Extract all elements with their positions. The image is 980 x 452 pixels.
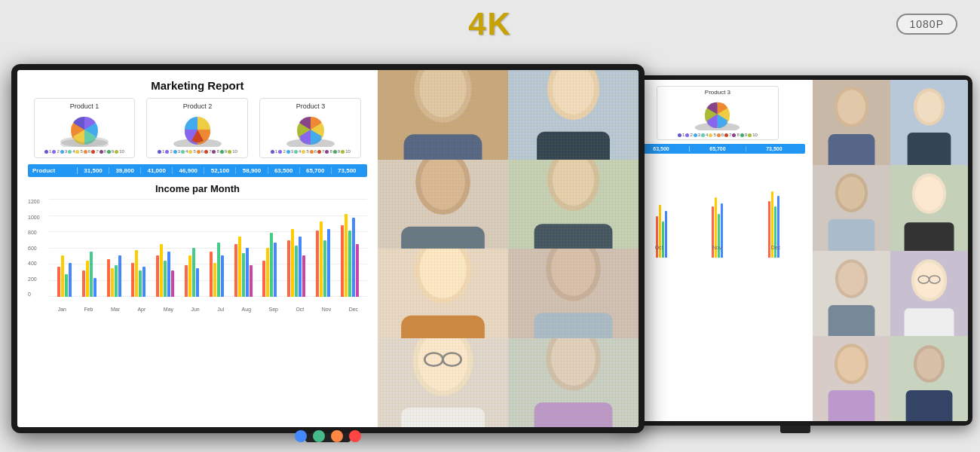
video-cell-5 xyxy=(378,249,508,338)
svg-rect-26 xyxy=(401,316,485,338)
svg-point-58 xyxy=(915,177,943,211)
svg-point-28 xyxy=(546,249,601,301)
svg-rect-31 xyxy=(378,338,508,428)
svg-rect-73 xyxy=(828,390,875,421)
svg-point-67 xyxy=(918,275,929,282)
bar-oct xyxy=(287,229,305,297)
svg-point-66 xyxy=(914,262,944,298)
svg-rect-27 xyxy=(508,249,639,338)
monitor-small-screen: Product 3 xyxy=(623,80,968,421)
svg-rect-51 xyxy=(908,133,951,165)
video-cell-sm-2 xyxy=(890,80,968,165)
table-header: Product xyxy=(32,167,78,174)
pie-charts-row: Product 1 xyxy=(28,98,367,158)
svg-rect-19 xyxy=(508,160,639,249)
svg-point-68 xyxy=(929,275,939,282)
pie-svg-sm xyxy=(693,99,742,130)
svg-rect-37 xyxy=(401,408,485,427)
svg-point-53 xyxy=(835,174,868,213)
svg-point-76 xyxy=(917,348,942,379)
bar-sep xyxy=(262,233,277,297)
control-btn-red[interactable] xyxy=(349,430,361,442)
report-title: Marketing Report xyxy=(28,79,367,92)
monitor-stand-small xyxy=(780,426,810,433)
svg-point-35 xyxy=(443,353,461,365)
table-val-8: 65,700 xyxy=(300,167,332,174)
monitors-area: Marketing Report Product 1 xyxy=(0,56,980,448)
bar-feb xyxy=(82,252,96,297)
svg-rect-48 xyxy=(890,80,968,165)
data-table-sm: 63,500 65,700 73,500 xyxy=(630,144,805,154)
svg-rect-59 xyxy=(904,222,954,250)
svg-rect-14 xyxy=(537,132,610,160)
pie-label-3: Product 3 xyxy=(266,102,354,110)
pie-svg-1 xyxy=(58,113,111,147)
svg-rect-74 xyxy=(890,336,968,421)
svg-rect-22 xyxy=(534,224,613,249)
bar-aug xyxy=(234,237,253,297)
pie-chart-product1: Product 1 xyxy=(34,98,136,158)
control-btn-orange[interactable] xyxy=(331,430,343,442)
svg-rect-52 xyxy=(813,165,890,250)
control-btn-green[interactable] xyxy=(313,430,325,442)
bar-may xyxy=(156,244,174,297)
pie-label-2: Product 2 xyxy=(153,102,241,110)
svg-point-21 xyxy=(553,160,594,206)
svg-rect-63 xyxy=(828,305,875,336)
pie-legend-3: 1 2 3 4 5 6 7 8 9 10 xyxy=(266,149,354,154)
control-btn-blue[interactable] xyxy=(295,430,307,442)
svg-point-57 xyxy=(912,174,946,215)
svg-point-17 xyxy=(421,160,465,209)
table-sm-val2: 65,700 xyxy=(690,146,746,151)
table-val-4: 46,900 xyxy=(173,167,204,174)
video-cell-7 xyxy=(378,338,508,428)
svg-point-75 xyxy=(914,345,945,382)
svg-point-34 xyxy=(424,353,443,365)
svg-point-40 xyxy=(551,338,596,386)
bar-mar xyxy=(107,255,121,297)
svg-point-46 xyxy=(838,90,865,124)
income-title: Income par Month xyxy=(28,183,367,194)
video-cell-3 xyxy=(378,160,508,249)
svg-rect-9 xyxy=(404,134,482,159)
svg-rect-56 xyxy=(890,165,968,250)
bar-jul xyxy=(210,243,224,297)
x-labels: Jan Feb Mar Apr May Jun Jul Aug Sep Oct … xyxy=(49,307,367,312)
pie-label-sm: Product 3 xyxy=(661,89,774,96)
top-area: 4K 1080P xyxy=(0,0,980,60)
svg-point-33 xyxy=(418,338,468,391)
label-4k: 4K xyxy=(468,6,512,42)
svg-rect-38 xyxy=(508,338,639,428)
video-cell-6 xyxy=(508,249,639,338)
bar-chart-sm: Oct Nov Dec xyxy=(630,160,805,250)
svg-point-32 xyxy=(413,338,473,396)
bar-chart: 1200 1000 800 600 400 200 0 xyxy=(28,199,367,312)
table-val-6: 58,900 xyxy=(236,167,268,174)
svg-point-62 xyxy=(838,262,865,295)
svg-point-8 xyxy=(419,70,466,118)
svg-rect-64 xyxy=(890,251,968,336)
video-cell-2 xyxy=(508,70,639,160)
pie-chart-product3: Product 3 xyxy=(259,98,361,158)
bar-nov xyxy=(316,221,330,297)
svg-rect-44 xyxy=(813,80,890,165)
svg-rect-11 xyxy=(508,70,639,160)
svg-point-65 xyxy=(911,259,947,301)
monitor-small-frame: Product 3 xyxy=(618,75,972,426)
svg-rect-41 xyxy=(534,402,613,427)
table-val-1: 31,500 xyxy=(78,167,109,174)
monitor-big-screen: Marketing Report Product 1 xyxy=(17,70,639,427)
svg-rect-18 xyxy=(401,226,485,249)
bar-jun xyxy=(185,248,199,297)
bar-dec xyxy=(341,214,359,297)
bar-jan xyxy=(57,255,72,297)
svg-point-13 xyxy=(553,70,594,115)
table-val-3: 41,000 xyxy=(141,167,173,174)
svg-point-72 xyxy=(838,347,865,380)
video-cell-8 xyxy=(508,338,639,428)
video-cell-sm-1 xyxy=(813,80,890,165)
pie-label-1: Product 1 xyxy=(41,102,129,110)
svg-rect-30 xyxy=(534,313,613,337)
report-content-sm: Product 3 xyxy=(623,80,813,421)
video-cell-sm-8 xyxy=(890,336,968,421)
